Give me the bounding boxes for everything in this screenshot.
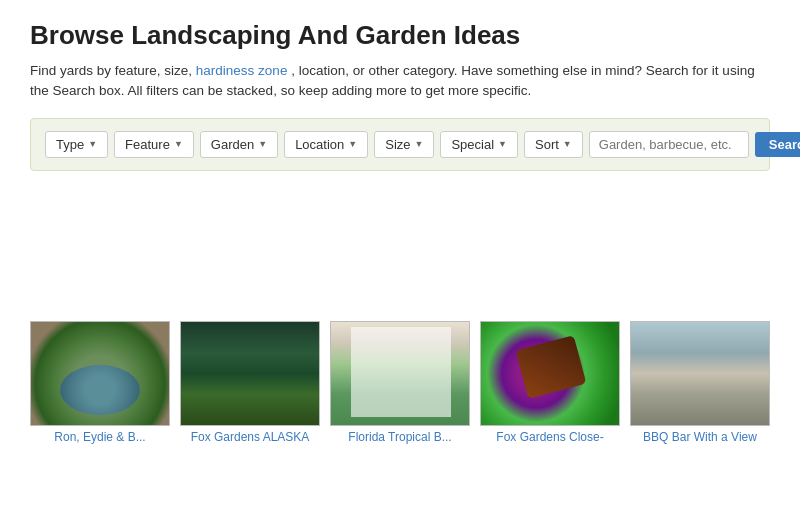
gallery-label-4[interactable]: Fox Gardens Close- xyxy=(480,430,620,444)
filter-special-button[interactable]: Special ▼ xyxy=(440,131,518,158)
chevron-down-icon: ▼ xyxy=(415,139,424,149)
garden-thumbnail-5[interactable] xyxy=(630,321,770,426)
filter-location-button[interactable]: Location ▼ xyxy=(284,131,368,158)
filter-garden-label: Garden xyxy=(211,137,254,152)
hardiness-zone-link[interactable]: hardiness zone xyxy=(196,63,288,78)
garden-thumbnail-2[interactable] xyxy=(180,321,320,426)
gallery-label-2[interactable]: Fox Gardens ALASKA xyxy=(180,430,320,444)
description-text-1: Find yards by feature, size, xyxy=(30,63,196,78)
filter-size-button[interactable]: Size ▼ xyxy=(374,131,434,158)
gallery-item: Florida Tropical B... xyxy=(330,321,470,444)
chevron-down-icon: ▼ xyxy=(563,139,572,149)
filter-size-label: Size xyxy=(385,137,410,152)
search-input[interactable] xyxy=(589,131,749,158)
filter-special-label: Special xyxy=(451,137,494,152)
page-wrapper: Browse Landscaping And Garden Ideas Find… xyxy=(0,0,800,454)
page-title: Browse Landscaping And Garden Ideas xyxy=(30,20,770,51)
gallery-item: Ron, Eydie & B... xyxy=(30,321,170,444)
chevron-down-icon: ▼ xyxy=(88,139,97,149)
content-spacer xyxy=(30,191,770,311)
gallery-label-1[interactable]: Ron, Eydie & B... xyxy=(30,430,170,444)
page-description: Find yards by feature, size, hardiness z… xyxy=(30,61,770,102)
search-button[interactable]: Search xyxy=(755,132,800,157)
garden-thumbnail-1[interactable] xyxy=(30,321,170,426)
filter-type-button[interactable]: Type ▼ xyxy=(45,131,108,158)
gallery-item: BBQ Bar With a View xyxy=(630,321,770,444)
gallery-section: Ron, Eydie & B... Fox Gardens ALASKA Flo… xyxy=(30,321,770,444)
filter-sort-button[interactable]: Sort ▼ xyxy=(524,131,583,158)
chevron-down-icon: ▼ xyxy=(498,139,507,149)
gallery-label-3[interactable]: Florida Tropical B... xyxy=(330,430,470,444)
garden-thumbnail-4[interactable] xyxy=(480,321,620,426)
filter-sort-label: Sort xyxy=(535,137,559,152)
gallery-item: Fox Gardens Close- xyxy=(480,321,620,444)
gallery-label-5[interactable]: BBQ Bar With a View xyxy=(630,430,770,444)
filter-feature-label: Feature xyxy=(125,137,170,152)
filter-type-label: Type xyxy=(56,137,84,152)
chevron-down-icon: ▼ xyxy=(258,139,267,149)
chevron-down-icon: ▼ xyxy=(174,139,183,149)
filter-feature-button[interactable]: Feature ▼ xyxy=(114,131,194,158)
gallery-item: Fox Gardens ALASKA xyxy=(180,321,320,444)
gallery-row: Ron, Eydie & B... Fox Gardens ALASKA Flo… xyxy=(30,321,770,444)
chevron-down-icon: ▼ xyxy=(348,139,357,149)
search-area: Search xyxy=(589,131,800,158)
filter-location-label: Location xyxy=(295,137,344,152)
filter-bar: Type ▼ Feature ▼ Garden ▼ Location ▼ Siz… xyxy=(30,118,770,171)
filter-garden-button[interactable]: Garden ▼ xyxy=(200,131,278,158)
garden-thumbnail-3[interactable] xyxy=(330,321,470,426)
